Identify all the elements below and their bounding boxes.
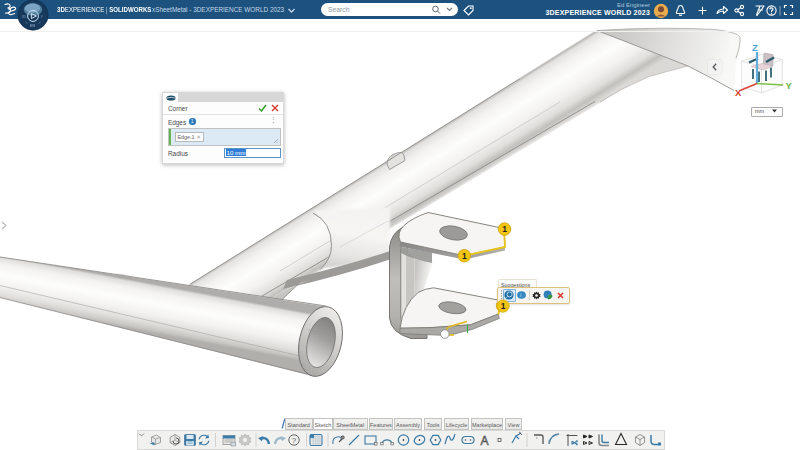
svg-text:i: i	[520, 292, 521, 298]
svg-text:X: X	[735, 87, 742, 98]
svg-text:1: 1	[502, 224, 507, 234]
svg-text:1: 1	[501, 301, 506, 311]
svg-text:1: 1	[462, 251, 467, 261]
svg-text:A: A	[481, 434, 489, 448]
svg-text:?: ?	[292, 436, 297, 445]
svg-text:Y: Y	[786, 80, 793, 91]
svg-text:3D: 3D	[22, 15, 27, 19]
svg-text:ER: ER	[30, 24, 36, 28]
svg-text:Z: Z	[752, 42, 758, 53]
